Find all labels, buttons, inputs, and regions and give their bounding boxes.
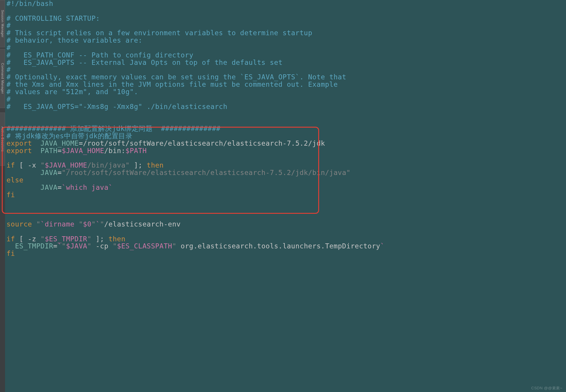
code-line: if [ -z "$ES_TMPDIR" ]; then [7,235,126,243]
code-line: else [7,176,23,184]
code-line: export PATH=$JAVA_HOME/bin:$PATH [7,147,147,155]
code-line: ############## 添加配置解决jdk绑定问题 ###########… [7,125,221,132]
code-line: JAVA="/root/soft/softWare/elasticsearch/… [7,169,350,176]
sidebar-tab-label: Session Manager [1,10,4,37]
ide-sidebar: Session Manager Command Manager Active S… [0,0,5,392]
code-line: # the Xms and Xmx lines in the JVM optio… [7,81,338,88]
code-line: # [7,66,11,73]
code-line: #!/bin/bash [7,0,53,7]
sidebar-tab-command-manager[interactable]: Command Manager [0,49,5,108]
sidebar-tab-label: Command Manager [1,63,4,94]
code-line: if [ -x "$JAVA_HOME/bin/java" ]; then [7,161,164,169]
code-line: ES_TMPDIR=`"$JAVA" -cp "$ES_CLASSPATH" o… [7,242,385,250]
code-line: # This script relies on a few environmen… [7,29,312,37]
code-line: # Optionally, exact memory values can be… [7,73,346,81]
code-line: # CONTROLLING STARTUP: [7,15,100,22]
code-line: fi [7,191,15,199]
code-line: source "`dirname "$0"`"/elasticsearch-en… [7,220,181,228]
sidebar-tab-label: Active Sessions [1,126,4,152]
code-line: # ES_PATH_CONF -- Path to config directo… [7,51,193,59]
code-line: JAVA=`which java` [7,184,113,191]
code-line: export JAVA_HOME=/root/soft/softWare/ela… [7,139,325,147]
code-line: # 将jdk修改为es中自带jdk的配置目录 [7,132,132,140]
sidebar-tab-active-sessions[interactable]: Active Sessions [0,113,5,166]
code-line: # [7,44,11,52]
code-editor[interactable]: #!/bin/bash # CONTROLLING STARTUP: # # T… [7,0,566,257]
code-line: # [7,22,11,29]
sidebar-tab-session-manager[interactable]: Session Manager [0,0,5,47]
code-line: # values are "512m", and "10g". [7,88,138,96]
code-line: # ES_JAVA_OPTS="-Xms8g -Xmx8g" ./bin/ela… [7,103,227,110]
code-line: # [7,95,11,103]
watermark-text: CSDN @@素素~ [531,386,562,390]
code-line: # behavior, those variables are: [7,36,142,44]
code-line: fi [7,250,15,257]
code-line: # ES_JAVA_OPTS -- External Java Opts on … [7,59,283,66]
